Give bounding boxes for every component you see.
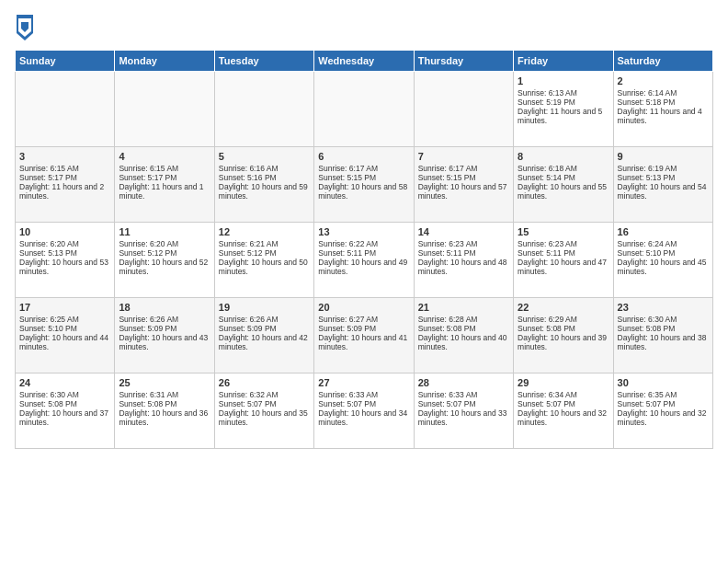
weekday-header-saturday: Saturday	[613, 51, 712, 72]
day-info: Daylight: 10 hours and 33 minutes.	[418, 408, 509, 427]
day-info: Sunset: 5:16 PM	[219, 173, 310, 182]
day-info: Daylight: 10 hours and 35 minutes.	[219, 408, 310, 427]
calendar-cell	[414, 72, 513, 147]
calendar-cell: 21Sunrise: 6:28 AMSunset: 5:08 PMDayligh…	[414, 298, 513, 373]
day-info: Sunset: 5:15 PM	[418, 173, 509, 182]
day-info: Sunset: 5:19 PM	[518, 98, 609, 107]
day-info: Sunset: 5:13 PM	[618, 173, 709, 182]
day-info: Sunrise: 6:33 AM	[318, 390, 409, 399]
week-row-5: 24Sunrise: 6:30 AMSunset: 5:08 PMDayligh…	[16, 373, 713, 449]
calendar-cell: 9Sunrise: 6:19 AMSunset: 5:13 PMDaylight…	[613, 147, 712, 223]
day-number: 19	[219, 302, 310, 313]
day-info: Daylight: 10 hours and 54 minutes.	[618, 182, 709, 201]
day-info: Sunrise: 6:20 AM	[19, 239, 110, 248]
day-number: 7	[418, 151, 509, 162]
logo	[15, 15, 35, 40]
day-info: Sunrise: 6:22 AM	[318, 239, 409, 248]
day-info: Sunrise: 6:29 AM	[518, 315, 609, 324]
day-info: Sunset: 5:08 PM	[19, 399, 110, 408]
day-info: Sunrise: 6:27 AM	[318, 315, 409, 324]
day-info: Daylight: 10 hours and 32 minutes.	[618, 408, 709, 427]
day-info: Sunset: 5:08 PM	[418, 324, 509, 333]
day-number: 17	[19, 302, 110, 313]
weekday-header-monday: Monday	[115, 51, 214, 72]
day-info: Daylight: 10 hours and 55 minutes.	[518, 182, 609, 201]
day-info: Daylight: 10 hours and 52 minutes.	[119, 258, 210, 276]
day-info: Sunrise: 6:32 AM	[219, 390, 310, 399]
calendar-cell: 24Sunrise: 6:30 AMSunset: 5:08 PMDayligh…	[16, 373, 115, 449]
calendar-cell: 2Sunrise: 6:14 AMSunset: 5:18 PMDaylight…	[613, 72, 712, 147]
calendar-cell: 18Sunrise: 6:26 AMSunset: 5:09 PMDayligh…	[115, 298, 214, 373]
calendar-cell: 3Sunrise: 6:15 AMSunset: 5:17 PMDaylight…	[16, 147, 115, 223]
day-info: Sunrise: 6:17 AM	[318, 164, 409, 173]
day-info: Sunrise: 6:23 AM	[518, 239, 609, 248]
calendar-cell: 23Sunrise: 6:30 AMSunset: 5:08 PMDayligh…	[613, 298, 712, 373]
day-number: 6	[318, 151, 409, 162]
day-info: Sunrise: 6:33 AM	[418, 390, 509, 399]
calendar-cell: 13Sunrise: 6:22 AMSunset: 5:11 PMDayligh…	[314, 223, 414, 298]
day-info: Sunset: 5:13 PM	[19, 248, 110, 258]
calendar-cell: 19Sunrise: 6:26 AMSunset: 5:09 PMDayligh…	[214, 298, 313, 373]
day-number: 30	[618, 377, 709, 388]
calendar-cell: 4Sunrise: 6:15 AMSunset: 5:17 PMDaylight…	[115, 147, 214, 223]
calendar-cell	[115, 72, 214, 147]
day-info: Sunrise: 6:13 AM	[518, 88, 609, 98]
day-info: Sunset: 5:12 PM	[219, 248, 310, 258]
weekday-header-friday: Friday	[514, 51, 613, 72]
day-info: Sunset: 5:17 PM	[19, 173, 110, 182]
day-info: Sunrise: 6:20 AM	[119, 239, 210, 248]
calendar-cell: 26Sunrise: 6:32 AMSunset: 5:07 PMDayligh…	[214, 373, 313, 449]
day-number: 4	[119, 151, 210, 162]
day-info: Daylight: 10 hours and 42 minutes.	[219, 333, 310, 351]
day-number: 26	[219, 377, 310, 388]
calendar-cell: 17Sunrise: 6:25 AMSunset: 5:10 PMDayligh…	[16, 298, 115, 373]
day-info: Daylight: 11 hours and 1 minute.	[119, 182, 210, 201]
day-info: Sunrise: 6:19 AM	[618, 164, 709, 173]
day-info: Daylight: 10 hours and 32 minutes.	[518, 408, 609, 427]
day-number: 1	[518, 75, 609, 86]
calendar-cell: 10Sunrise: 6:20 AMSunset: 5:13 PMDayligh…	[16, 223, 115, 298]
calendar-cell: 8Sunrise: 6:18 AMSunset: 5:14 PMDaylight…	[514, 147, 613, 223]
day-info: Sunrise: 6:17 AM	[418, 164, 509, 173]
day-info: Daylight: 10 hours and 41 minutes.	[318, 333, 409, 351]
calendar-cell: 11Sunrise: 6:20 AMSunset: 5:12 PMDayligh…	[115, 223, 214, 298]
day-number: 18	[119, 302, 210, 313]
calendar-cell: 12Sunrise: 6:21 AMSunset: 5:12 PMDayligh…	[214, 223, 313, 298]
calendar-cell	[16, 72, 115, 147]
day-info: Sunset: 5:07 PM	[318, 399, 409, 408]
calendar-cell: 30Sunrise: 6:35 AMSunset: 5:07 PMDayligh…	[613, 373, 712, 449]
day-info: Daylight: 10 hours and 37 minutes.	[19, 408, 110, 427]
day-info: Sunset: 5:14 PM	[518, 173, 609, 182]
day-info: Daylight: 10 hours and 34 minutes.	[318, 408, 409, 427]
day-number: 3	[19, 151, 110, 162]
calendar-table: SundayMondayTuesdayWednesdayThursdayFrid…	[15, 50, 713, 449]
day-info: Sunset: 5:18 PM	[618, 98, 709, 107]
day-info: Sunrise: 6:24 AM	[618, 239, 709, 248]
calendar-cell: 20Sunrise: 6:27 AMSunset: 5:09 PMDayligh…	[314, 298, 414, 373]
day-number: 23	[618, 302, 709, 313]
day-info: Sunrise: 6:26 AM	[219, 315, 310, 324]
day-info: Sunrise: 6:35 AM	[618, 390, 709, 399]
weekday-header-wednesday: Wednesday	[314, 51, 414, 72]
day-info: Sunrise: 6:30 AM	[19, 390, 110, 399]
day-info: Daylight: 11 hours and 5 minutes.	[518, 107, 609, 125]
day-info: Sunrise: 6:25 AM	[19, 315, 110, 324]
day-info: Sunset: 5:11 PM	[518, 248, 609, 258]
day-info: Sunrise: 6:26 AM	[119, 315, 210, 324]
day-number: 28	[418, 377, 509, 388]
day-info: Sunset: 5:17 PM	[119, 173, 210, 182]
weekday-header-sunday: Sunday	[16, 51, 115, 72]
day-info: Sunset: 5:09 PM	[219, 324, 310, 333]
day-info: Daylight: 10 hours and 47 minutes.	[518, 258, 609, 276]
day-number: 27	[318, 377, 409, 388]
calendar-cell	[214, 72, 313, 147]
calendar-cell	[314, 72, 414, 147]
day-info: Sunrise: 6:23 AM	[418, 239, 509, 248]
day-number: 25	[119, 377, 210, 388]
calendar-cell: 22Sunrise: 6:29 AMSunset: 5:08 PMDayligh…	[514, 298, 613, 373]
day-number: 5	[219, 151, 310, 162]
day-info: Sunset: 5:07 PM	[219, 399, 310, 408]
day-info: Daylight: 11 hours and 4 minutes.	[618, 107, 709, 125]
day-info: Daylight: 10 hours and 40 minutes.	[418, 333, 509, 351]
day-info: Daylight: 10 hours and 53 minutes.	[19, 258, 110, 276]
